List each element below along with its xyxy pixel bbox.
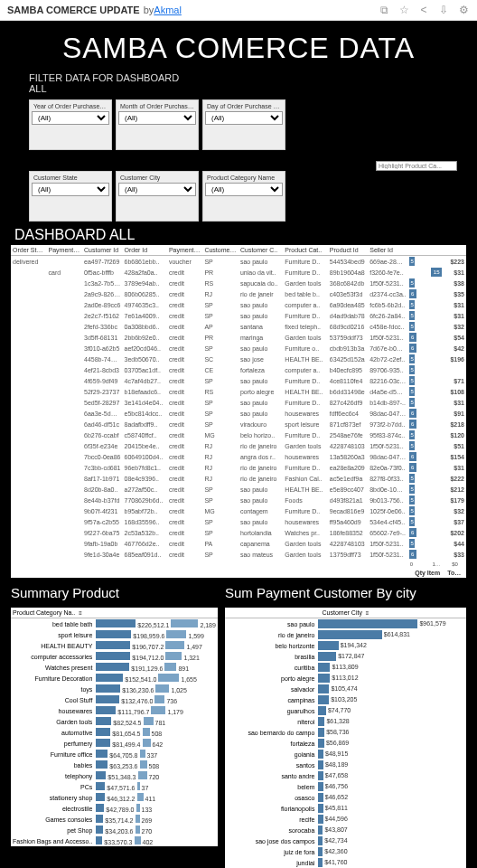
download-icon[interactable]: ⇩	[437, 4, 450, 16]
filter-select[interactable]: (All)	[118, 111, 196, 125]
column-header[interactable]: Order Id	[123, 245, 167, 256]
column-header[interactable]: Payment Ty..	[47, 245, 83, 256]
star-icon[interactable]: ☆	[398, 4, 410, 16]
summary-row[interactable]: Cool Stuff$132,476.0736	[11, 694, 218, 705]
city-row[interactable]: sao paulo$961,579	[225, 618, 466, 630]
filter-box[interactable]: Year of Order Purchase Ti...(All)	[29, 99, 112, 150]
summary-row[interactable]: Furniture office$64,705.8337	[11, 749, 218, 760]
filter-select[interactable]: (All)	[32, 111, 109, 125]
summary-row[interactable]: PCs$47,571.637	[11, 781, 218, 792]
city-row[interactable]: guarulhos$74,770	[225, 705, 466, 716]
city-row[interactable]: sao bernardo do campo$58,736	[225, 727, 466, 738]
filter-box[interactable]: Product Category Name(All)	[202, 171, 285, 222]
filter-box[interactable]: Customer City(All)	[116, 171, 199, 222]
share-icon[interactable]: <	[417, 4, 430, 16]
table-row[interactable]: 6b276-ccabfc58740ffcf..creditMGbelo hori…	[11, 429, 466, 440]
table-row[interactable]: 6ad46-df51c8adafbdff9..creditSPviradouro…	[11, 419, 466, 429]
city-row[interactable]: osasco$46,652	[225, 792, 466, 803]
filter-icon[interactable]: ≡	[79, 610, 82, 616]
city-row[interactable]: belo horizonte$194,342	[225, 640, 466, 651]
city-row[interactable]: santos$48,189	[225, 760, 466, 770]
link-icon[interactable]: ⧉	[378, 4, 390, 16]
summary-row[interactable]: computer accessories$194,712.01,321	[11, 651, 218, 662]
city-row[interactable]: curitiba$113,809	[225, 662, 466, 673]
city-row[interactable]: salvador$105,474	[225, 684, 466, 694]
city-row[interactable]: recife$44,596	[225, 814, 466, 825]
city-header[interactable]: Customer City ≡	[225, 608, 466, 618]
column-header[interactable]	[408, 245, 431, 256]
table-row[interactable]: 4ef21-8cbd303705ac1df..creditCEfortaleza…	[11, 364, 466, 375]
summary-row[interactable]: babies$63,253.6508	[11, 760, 218, 770]
filter-box[interactable]: Day of Order Purchase Tim...(All)	[202, 99, 285, 150]
summary-row[interactable]: electrostile$42,789.0133	[11, 803, 218, 814]
filter-select[interactable]: (All)	[205, 111, 283, 125]
city-row[interactable]: florianopolis$45,811	[225, 803, 466, 814]
filter-select[interactable]: (All)	[205, 183, 283, 196]
summary-row[interactable]: perfumery$81,499.4642	[11, 738, 218, 749]
column-header[interactable]: Seller Id	[368, 245, 407, 256]
summary-table[interactable]: Product Category Na.. ≡bed table bath$22…	[11, 608, 218, 846]
table-row[interactable]: 9b07f-4f231b95abf72b..creditMGcontagemFu…	[11, 505, 466, 516]
city-row[interactable]: fortaleza$56,869	[225, 738, 466, 749]
city-row[interactable]: jundiai$41,760	[225, 857, 466, 868]
table-row[interactable]: 2ad0e-89cc64974635c3..creditSPsao pauloc…	[11, 299, 466, 310]
table-row[interactable]: 3f010-a62b5aef20cd046..creditSPsao paulo…	[11, 343, 466, 354]
author-link[interactable]: Akmal	[154, 5, 182, 15]
table-row[interactable]: 1c3a2-7b5db3789e94ab..creditRSsapucaia d…	[11, 278, 466, 288]
city-row[interactable]: rio de janeiro$614,831	[225, 629, 466, 640]
search-input[interactable]	[376, 161, 457, 171]
filter-select[interactable]: (All)	[118, 183, 196, 196]
filter-icon[interactable]: ≡	[366, 610, 369, 616]
column-header[interactable]: Payment Ty..	[167, 245, 203, 256]
table-row[interactable]: 4458b-7433e3edb50670..creditSCsao joseHE…	[11, 354, 466, 364]
table-row[interactable]: 8e44b-b37fd7708629b6d..creditSPsao paulo…	[11, 495, 466, 505]
column-header[interactable]	[430, 245, 444, 256]
filter-select[interactable]: (All)	[32, 183, 109, 196]
summary-row[interactable]: bed table bath$226,512.12,189	[11, 618, 218, 630]
summary-row[interactable]: automotive$81,654.5508	[11, 727, 218, 738]
table-row[interactable]: 2fefd-336bc0a308bbd6..creditAPsantanafix…	[11, 321, 466, 332]
table-row[interactable]: deliveredea497-7f2696b6861ebb..voucherSP…	[11, 256, 466, 268]
table-row[interactable]: 7bcc0-0ea8660649100d4..creditRJangra dos…	[11, 451, 466, 462]
table-row[interactable]: 9f227-6ba752c53a532b..creditSPhortolandi…	[11, 527, 466, 538]
table-row[interactable]: 9fafb-19a0b467766d2e..creditPAcapanemaGa…	[11, 538, 466, 549]
table-row[interactable]: 9f57a-c2b55168d35596..creditSPsao pauloh…	[11, 516, 466, 527]
summary-row[interactable]: toys$136,230.61,025	[11, 684, 218, 694]
data-table[interactable]: Order StatusPayment Ty..Customer IdOrder…	[11, 245, 466, 578]
settings-icon[interactable]: ⚙	[457, 4, 470, 16]
city-row[interactable]: sorocaba$43,807	[225, 825, 466, 835]
table-row[interactable]: 7c3bb-cd68196eb7fd8c1..creditRJrio de ja…	[11, 462, 466, 473]
summary-row[interactable]: Garden tools$82,524.5781	[11, 716, 218, 727]
table-row[interactable]: 8d20b-8a0..a272af50c..creditSPsao pauloH…	[11, 484, 466, 495]
summary-row[interactable]: sport leisure$198,959.61,599	[11, 629, 218, 640]
table-row[interactable]: 5ed5f-282973e141d4e04..creditSPsao paulo…	[11, 397, 466, 408]
table-row[interactable]: 52f29-23737b18efaadc6..creditRSporto ale…	[11, 386, 466, 397]
filter-box[interactable]: Month of Order Purchase ...(All)	[116, 99, 199, 150]
summary-row[interactable]: Games consoles$35,714.2269	[11, 814, 218, 825]
column-header[interactable]: Customer C..	[238, 245, 283, 256]
city-row[interactable]: brasilia$172,847	[225, 651, 466, 662]
summary-header[interactable]: Product Category Na.. ≡	[11, 608, 218, 618]
table-row[interactable]: 8af17-1b97108e4c9396..creditRJrio de jan…	[11, 473, 466, 484]
city-table[interactable]: Customer City ≡sao paulo$961,579rio de j…	[225, 608, 466, 868]
column-header[interactable]: Order Status	[11, 245, 47, 256]
column-header[interactable]: Product Cat..	[283, 245, 327, 256]
city-row[interactable]: santo andre$47,658	[225, 770, 466, 781]
city-row[interactable]: juiz de fora$42,360	[225, 846, 466, 857]
column-header[interactable]: Customer S..	[202, 245, 238, 256]
table-row[interactable]: 6aa3e-5d753e5bc814dcc..creditSPsao paulo…	[11, 408, 466, 419]
city-row[interactable]: belem$46,756	[225, 781, 466, 792]
city-row[interactable]: campinas$103,205	[225, 694, 466, 705]
summary-row[interactable]: stationery shop$46,312.2411	[11, 792, 218, 803]
summary-row[interactable]: Fashion Bags and Accesso..$33,570.3402	[11, 835, 218, 846]
summary-row[interactable]: HEALTH BEAUTY$196,707.21,497	[11, 640, 218, 651]
table-row[interactable]: 4f659-9df494c7af4db27..creditSPsao paulo…	[11, 375, 466, 386]
summary-row[interactable]: Furniture Decoration$152,541.01,655	[11, 673, 218, 684]
summary-row[interactable]: housewares$111,796.71,179	[11, 705, 218, 716]
summary-row[interactable]: pet Shop$34,203.6270	[11, 825, 218, 835]
column-header[interactable]: Customer Id	[82, 245, 122, 256]
summary-row[interactable]: Watches present$191,129.6891	[11, 662, 218, 673]
city-row[interactable]: goiania$48,915	[225, 749, 466, 760]
column-header[interactable]: Product Id	[328, 245, 368, 256]
table-row[interactable]: card0f5ac-bfffb428a2fa0a..creditPRuniao …	[11, 267, 466, 278]
